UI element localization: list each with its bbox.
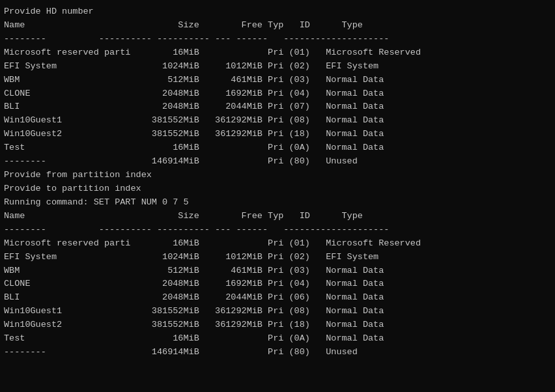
table-row: -------- 146914MiB Pri (80) Unused: [4, 346, 551, 359]
terminal-line: Provide to partition index: [4, 182, 551, 196]
table-row: Win10Guest2 381552MiB 361292MiB Pri (18)…: [4, 128, 551, 141]
table-header: Name Size Free Typ ID Type: [4, 19, 551, 33]
table-separator: -------- ---------- ---------- --- -----…: [4, 223, 551, 237]
terminal-line: Provide from partition index: [4, 169, 551, 182]
table-row: CLONE 2048MiB 1692MiB Pri (04) Normal Da…: [4, 277, 551, 291]
terminal-line: Provide HD number: [4, 5, 551, 19]
table-row: CLONE 2048MiB 1692MiB Pri (04) Normal Da…: [4, 87, 551, 101]
table-row: WBM 512MiB 461MiB Pri (03) Normal Data: [4, 74, 551, 87]
table-row: WBM 512MiB 461MiB Pri (03) Normal Data: [4, 264, 551, 278]
table-header: Name Size Free Typ ID Type: [4, 210, 551, 223]
table-row: Win10Guest1 381552MiB 361292MiB Pri (08)…: [4, 305, 551, 318]
table-row: Test 16MiB Pri (0A) Normal Data: [4, 332, 551, 346]
terminal-output: Provide HD numberName Size Free Typ ID T…: [4, 5, 551, 359]
table-row: BLI 2048MiB 2044MiB Pri (07) Normal Data: [4, 100, 551, 114]
table-row: Win10Guest1 381552MiB 361292MiB Pri (08)…: [4, 114, 551, 128]
table-row: EFI System 1024MiB 1012MiB Pri (02) EFI …: [4, 60, 551, 74]
table-row: -------- 146914MiB Pri (80) Unused: [4, 155, 551, 169]
table-row: Microsoft reserved parti 16MiB Pri (01) …: [4, 237, 551, 251]
table-row: Test 16MiB Pri (0A) Normal Data: [4, 141, 551, 155]
table-row: Microsoft reserved parti 16MiB Pri (01) …: [4, 46, 551, 60]
table-row: Win10Guest2 381552MiB 361292MiB Pri (18)…: [4, 318, 551, 332]
table-separator: -------- ---------- ---------- --- -----…: [4, 33, 551, 46]
table-row: EFI System 1024MiB 1012MiB Pri (02) EFI …: [4, 251, 551, 264]
terminal-line: Running command: SET PART NUM 0 7 5: [4, 196, 551, 210]
table-row: BLI 2048MiB 2044MiB Pri (06) Normal Data: [4, 291, 551, 305]
